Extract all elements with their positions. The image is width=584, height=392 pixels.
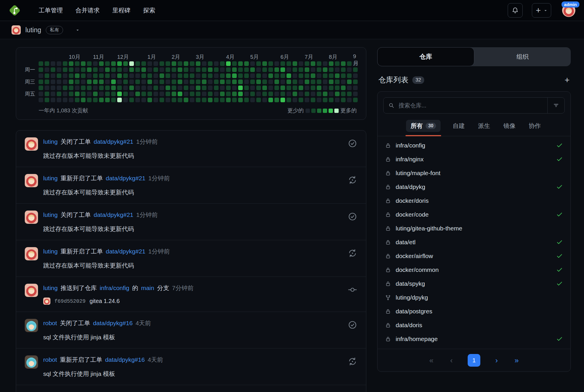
heatmap-cell (335, 98, 340, 102)
heatmap-cell (147, 67, 152, 72)
feed-link[interactable]: luting (43, 137, 58, 146)
heatmap-cell (274, 92, 279, 96)
repo-row[interactable]: data/postgres (378, 304, 570, 318)
heatmap-cell (329, 79, 333, 84)
heatmap-cell (214, 79, 219, 84)
feed-link[interactable]: data/dpykg#16 (105, 355, 145, 364)
avatar[interactable] (25, 211, 38, 224)
feed-link[interactable]: luting (43, 247, 58, 256)
feed-action-text: 分支 (157, 284, 169, 292)
lock-icon (385, 253, 391, 259)
avatar[interactable] (25, 137, 38, 151)
feed-link[interactable]: data/dpykg#21 (106, 247, 145, 256)
repo-filter-all[interactable]: 所有30 (406, 120, 441, 132)
heatmap-cell (172, 61, 176, 66)
heatmap-cell (208, 86, 213, 90)
heatmap-cell (238, 79, 243, 84)
heatmap-cell (190, 67, 194, 72)
heatmap-cell (166, 61, 170, 66)
feed-link[interactable]: luting (43, 174, 58, 183)
repo-filter-button[interactable] (547, 98, 564, 113)
pagination-page-1[interactable]: 1 (468, 354, 480, 367)
feed-link[interactable]: luting (43, 211, 58, 219)
avatar[interactable] (25, 174, 38, 187)
feed-link[interactable]: luting (43, 284, 58, 292)
heatmap-cell (57, 67, 61, 72)
feed-link[interactable]: data/dpykg#16 (93, 319, 133, 327)
repo-row[interactable]: infra/nginx (378, 152, 570, 166)
create-new-button[interactable]: + (532, 3, 551, 18)
heatmap-cell (196, 61, 200, 66)
repo-row[interactable]: luting/maple-font (378, 166, 570, 180)
avatar[interactable] (25, 247, 38, 260)
repo-name: docker/common (396, 266, 551, 273)
repo-filter-collaborative[interactable]: 协作 (528, 120, 542, 132)
heatmap-cell (280, 92, 285, 96)
feed-link[interactable]: main (141, 284, 154, 292)
nav-item-explore[interactable]: 探索 (137, 3, 162, 17)
chevron-down-icon[interactable] (76, 28, 79, 32)
repo-search-input[interactable] (398, 102, 547, 109)
repo-name: docker/airflow (396, 253, 551, 260)
nav-item-milestones[interactable]: 里程碑 (106, 3, 137, 17)
heatmap-cell (117, 92, 122, 96)
repo-row[interactable]: infra/homepage (378, 332, 570, 346)
repo-row[interactable]: docker/airflow (378, 249, 570, 263)
feed-link[interactable]: data/dpykg#21 (106, 174, 145, 183)
commit-hash-link[interactable]: f69d552029 (54, 298, 86, 304)
heatmap-cell (274, 61, 279, 66)
heatmap-cell (262, 67, 267, 72)
heatmap-month-label: 11月 (93, 53, 104, 61)
heatmap-cell (87, 79, 92, 84)
repo-row[interactable]: docker/common (378, 263, 570, 277)
nav-item-merge-requests[interactable]: 合并请求 (69, 3, 106, 17)
heatmap-cell (299, 67, 303, 72)
username-link[interactable]: luting (25, 26, 41, 34)
repo-row[interactable]: docker/doris (378, 194, 570, 208)
heatmap-month-label: 2月 (172, 53, 180, 61)
heatmap-cell (335, 73, 340, 78)
repo-filter-mirrors[interactable]: 镜像 (502, 120, 517, 132)
lock-icon (385, 170, 391, 176)
repo-row[interactable]: data/spykg (378, 277, 570, 291)
heatmap-cell (299, 73, 303, 78)
heatmap-cell (178, 98, 182, 102)
repo-row[interactable]: luting/gitea-github-theme (378, 221, 570, 235)
add-repo-button[interactable]: + (564, 76, 570, 84)
heatmap-cell (220, 79, 225, 84)
pagination-next-page[interactable]: › (494, 356, 500, 365)
avatar[interactable] (12, 25, 21, 35)
repo-filter-forks[interactable]: 派生 (477, 120, 491, 132)
heatmap-cell (135, 79, 140, 84)
repo-row[interactable]: luting/dpykg (378, 291, 570, 304)
heatmap-cell (123, 73, 128, 78)
tab-organizations[interactable]: 组织 (474, 47, 571, 66)
pagination-last-page[interactable]: » (513, 356, 520, 365)
heatmap-cell (274, 73, 279, 78)
avatar[interactable] (25, 319, 38, 332)
nav-item-issues[interactable]: 工单管理 (32, 3, 69, 17)
gitea-logo-icon[interactable] (9, 4, 21, 16)
repo-filter-sources[interactable]: 自建 (452, 120, 466, 132)
feed-timestamp: 1分钟前 (136, 211, 158, 219)
heatmap-cell (172, 73, 176, 78)
feed-link[interactable]: data/dpykg#21 (94, 211, 133, 219)
repo-row[interactable]: docker/code (378, 208, 570, 221)
repo-name: data/doris (396, 322, 563, 329)
feed-entry: luting关闭了工单data/dpykg#211分钟前跳过存在版本可能导致未更… (16, 130, 366, 167)
notifications-button[interactable] (508, 3, 523, 18)
feed-link[interactable]: robot (43, 319, 57, 327)
tab-repositories[interactable]: 仓库 (377, 47, 474, 66)
feed-link[interactable]: infra/config (100, 284, 129, 292)
heatmap-cell (202, 98, 206, 102)
avatar[interactable] (25, 284, 38, 297)
repo-row[interactable]: infra/config (378, 139, 570, 152)
feed-link[interactable]: robot (43, 355, 57, 364)
heatmap-cell (166, 92, 170, 96)
repo-row[interactable]: data/etl (378, 235, 570, 249)
repo-row[interactable]: data/dpykg (378, 180, 570, 194)
feed-link[interactable]: data/dpykg#21 (94, 137, 133, 146)
user-menu[interactable]: admin (562, 4, 575, 17)
repo-row[interactable]: data/doris (378, 318, 570, 332)
avatar[interactable] (25, 355, 38, 369)
